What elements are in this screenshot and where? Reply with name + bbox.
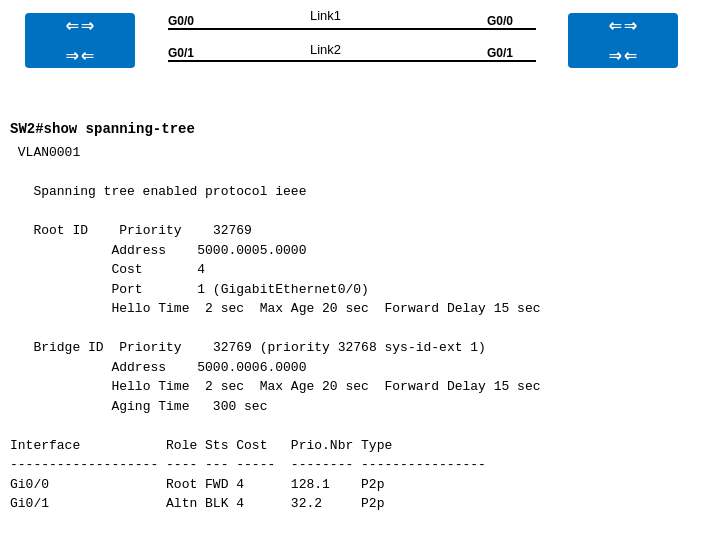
- bridge-priority-label: Priority: [119, 340, 181, 355]
- bridge-hello-value: 2 sec Max Age 20 sec Forward Delay 15 se…: [205, 379, 540, 394]
- root-priority-value: 32769: [213, 223, 252, 238]
- table-divider: ------------------- ---- --- ----- -----…: [10, 457, 486, 472]
- root-port-label: Port: [111, 282, 142, 297]
- root-port-value: 1 (GigabitEthernet0/0): [197, 282, 369, 297]
- table-header: Interface Role Sts Cost Prio.Nbr Type: [10, 438, 392, 453]
- sw1-switch: ⇐ ⇒ ⇒ ⇐ SW1: [20, 10, 140, 90]
- protocol-line: Spanning tree enabled protocol ieee: [33, 184, 306, 199]
- link2-line: [168, 60, 536, 62]
- bridge-address-value: 5000.0006.0000: [197, 360, 306, 375]
- root-address-value: 5000.0005.0000: [197, 243, 306, 258]
- bridge-priority-value: 32769 (priority 32768 sys-id-ext 1): [213, 340, 486, 355]
- sw2-label: SW2: [608, 71, 638, 87]
- sw2-icon: ⇐ ⇒ ⇒ ⇐: [568, 13, 678, 68]
- bridge-hello-label: Hello Time: [111, 379, 189, 394]
- root-address-label: Address: [111, 243, 166, 258]
- sw2-switch: ⇐ ⇒ ⇒ ⇐ SW2: [563, 10, 683, 90]
- root-priority-label: Priority: [119, 223, 181, 238]
- root-hello-value: 2 sec Max Age 20 sec Forward Delay 15 se…: [205, 301, 540, 316]
- bridge-address-label: Address: [111, 360, 166, 375]
- vlan-label: VLAN0001: [18, 145, 80, 160]
- table-row-1: Gi0/0 Root FWD 4 128.1 P2p: [10, 477, 384, 492]
- bridge-aging-label: Aging Time: [111, 399, 189, 414]
- bridge-id-label: Bridge ID: [33, 340, 103, 355]
- terminal-output: SW2#show spanning-tree VLAN0001 Spanning…: [0, 115, 723, 520]
- link1-label: Link1: [310, 8, 341, 23]
- sw1-label: SW1: [65, 71, 95, 87]
- link1-line: [168, 28, 536, 30]
- sw1-port-bottom-label: G0/1: [168, 46, 194, 60]
- root-cost-value: 4: [197, 262, 205, 277]
- bridge-aging-value: 300 sec: [213, 399, 268, 414]
- terminal-text: VLAN0001 Spanning tree enabled protocol …: [10, 143, 713, 514]
- root-hello-label: Hello Time: [111, 301, 189, 316]
- sw2-port-bottom-label: G0/1: [487, 46, 513, 60]
- table-row-2: Gi0/1 Altn BLK 4 32.2 P2p: [10, 496, 384, 511]
- command-line: SW2#show spanning-tree: [10, 121, 713, 137]
- root-id-label: Root ID: [33, 223, 88, 238]
- sw1-icon: ⇐ ⇒ ⇒ ⇐: [25, 13, 135, 68]
- sw2-port-top-label: G0/0: [487, 14, 513, 28]
- network-diagram: Link1 Link2 G0/0 G0/1 G0/0 G0/1 ⇐ ⇒ ⇒ ⇐: [0, 0, 723, 115]
- link2-label: Link2: [310, 42, 341, 57]
- sw1-port-top-label: G0/0: [168, 14, 194, 28]
- root-cost-label: Cost: [111, 262, 142, 277]
